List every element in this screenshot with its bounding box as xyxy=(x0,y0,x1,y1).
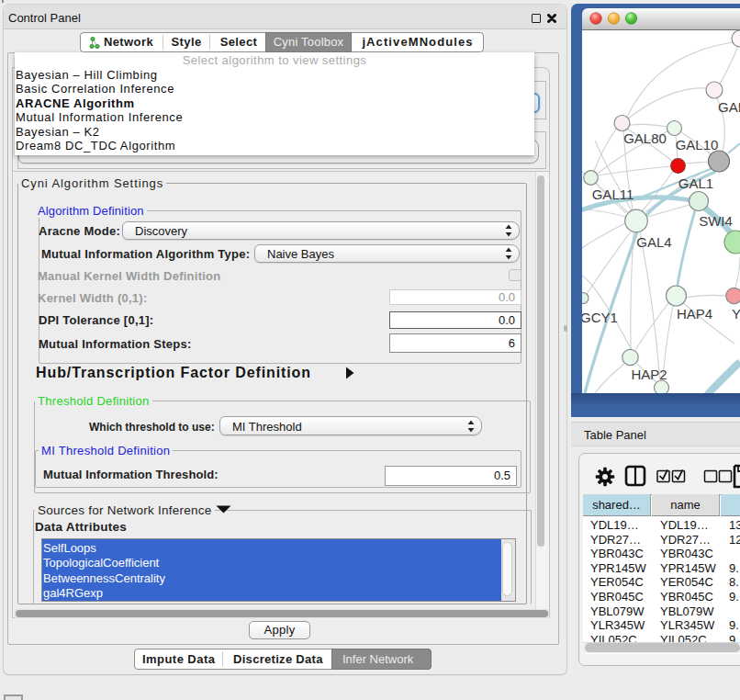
svg-text:GAL1: GAL1 xyxy=(678,175,713,191)
svg-text:HAP4: HAP4 xyxy=(677,306,712,322)
svg-text:SWI4: SWI4 xyxy=(699,213,733,229)
svg-text:Y: Y xyxy=(732,306,740,322)
svg-text:GAL: GAL xyxy=(718,99,740,115)
svg-text:GAL11: GAL11 xyxy=(592,186,634,202)
svg-text:GAL4: GAL4 xyxy=(636,234,671,250)
svg-text:GCY1: GCY1 xyxy=(582,310,618,325)
svg-text:HAP2: HAP2 xyxy=(631,367,667,382)
svg-text:GAL80: GAL80 xyxy=(623,130,667,146)
svg-text:GAL10: GAL10 xyxy=(676,137,719,152)
